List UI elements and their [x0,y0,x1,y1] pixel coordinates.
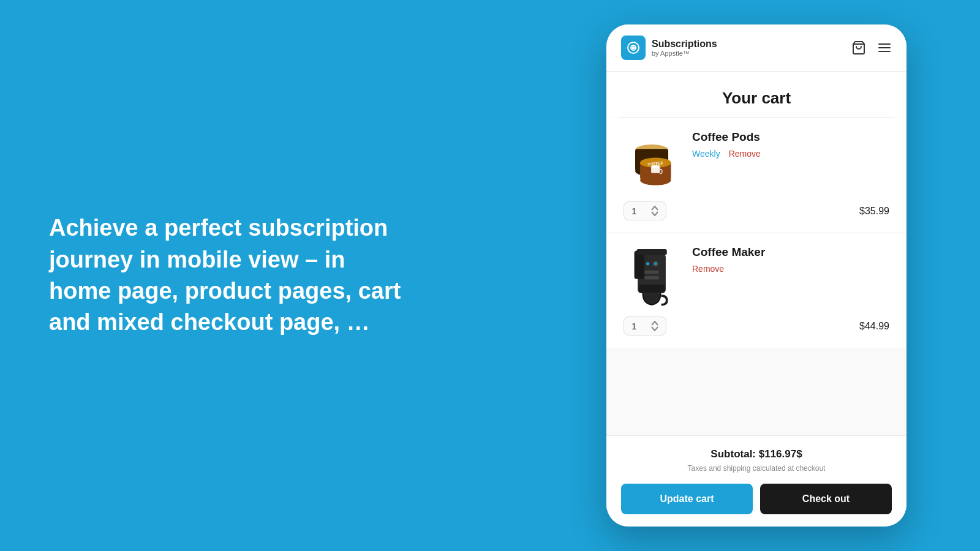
coffee-pods-bottom: 1 $35.99 [621,201,892,220]
logo-area: Subscriptions by Appstle™ [621,36,717,60]
coffee-maker-svg [624,242,679,310]
cart-actions: Update cart Check out [621,484,892,514]
svg-rect-19 [636,249,667,255]
svg-point-23 [646,262,650,266]
weekly-tag[interactable]: Weekly [692,149,720,159]
coffee-pods-name: Coffee Pods [692,130,892,144]
coffee-maker-tags: Remove [692,264,892,274]
cart-item-coffee-maker: Coffee Maker Remove 1 $44.99 [606,233,907,348]
cart-footer: Subtotal: $116.97$ Taxes and shipping ca… [606,435,907,527]
brand-name: Subscriptions [652,38,717,50]
coffee-maker-qty-stepper[interactable]: 1 [624,317,666,335]
left-panel: Achieve a perfect subscription journey i… [0,176,459,375]
coffee-pods-image: COFFEE [621,130,682,192]
coffee-pods-qty: 1 [631,206,636,216]
coffee-pods-tags: Weekly Remove [692,149,892,159]
coffee-pods-remove[interactable]: Remove [729,149,761,159]
svg-rect-25 [644,276,659,280]
cart-content: Your cart [606,72,907,435]
item-top-coffee-maker: Coffee Maker Remove [621,246,892,307]
coffee-maker-info: Coffee Maker Remove [692,246,892,274]
coffee-pods-info: Coffee Pods Weekly Remove [692,130,892,159]
shipping-note: Taxes and shipping calculated at checkou… [621,464,892,473]
app-logo-icon [621,36,646,60]
coffee-maker-price: $44.99 [859,321,889,332]
coffee-maker-name: Coffee Maker [692,246,892,259]
coffee-pods-svg: COFFEE [621,133,682,189]
logo-text: Subscriptions by Appstle™ [652,38,717,58]
svg-point-16 [651,165,660,168]
coffee-maker-qty-arrows [651,321,658,331]
coffee-maker-remove[interactable]: Remove [692,264,724,274]
coffee-maker-image [621,246,682,307]
svg-point-2 [633,47,635,49]
qty-arrows [651,206,658,216]
svg-point-12 [640,175,671,185]
qty-up-arrow[interactable] [651,206,658,211]
svg-rect-18 [635,251,645,279]
cart-item-coffee-pods: COFFEE Coffee Pods Weekly Remove [606,118,907,233]
cart-icon[interactable] [851,40,866,55]
coffee-pods-qty-stepper[interactable]: 1 [624,201,666,220]
cart-title: Your cart [606,72,907,118]
coffee-maker-qty-down[interactable] [651,326,658,331]
coffee-maker-qty-up[interactable] [651,321,658,326]
svg-rect-24 [644,271,659,274]
checkout-button[interactable]: Check out [760,484,892,514]
coffee-maker-qty: 1 [631,321,636,331]
subtotal-text: Subtotal: $116.97$ [621,448,892,460]
qty-down-arrow[interactable] [651,211,658,216]
app-header: Subscriptions by Appstle™ [606,24,907,72]
tagline-text: Achieve a perfect subscription journey i… [49,212,410,338]
svg-rect-20 [639,285,665,293]
phone-card: Subscriptions by Appstle™ Your cart [606,24,907,527]
menu-icon[interactable] [877,40,892,55]
svg-point-22 [654,262,658,266]
header-icons [851,40,892,55]
coffee-pods-price: $35.99 [859,206,889,217]
update-cart-button[interactable]: Update cart [621,484,753,514]
coffee-maker-bottom: 1 $44.99 [621,317,892,335]
brand-sub: by Appstle™ [652,50,717,58]
item-top-coffee-pods: COFFEE Coffee Pods Weekly Remove [621,130,892,192]
